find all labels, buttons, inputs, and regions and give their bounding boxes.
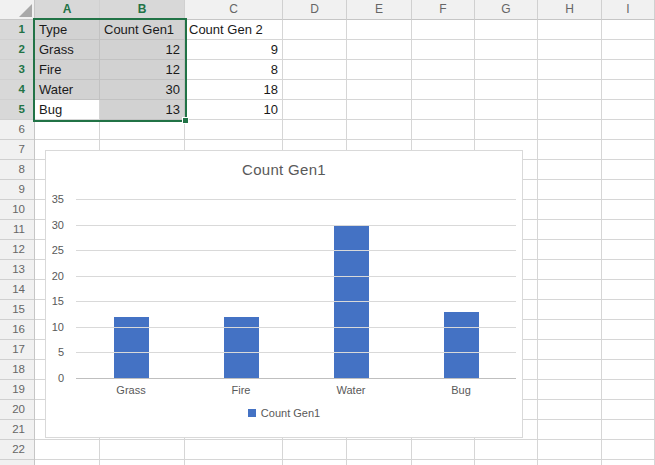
chart-object[interactable]: Count Gen1 05101520253035 GrassFireWater…	[45, 150, 523, 438]
cell-g23[interactable]	[475, 460, 538, 465]
cell-h9[interactable]	[538, 180, 602, 200]
row-header-16[interactable]: 16	[0, 320, 34, 340]
cell-h2[interactable]	[538, 40, 602, 60]
row-header-10[interactable]: 10	[0, 200, 34, 220]
cell-i10[interactable]	[602, 200, 655, 220]
cell-i13[interactable]	[602, 260, 655, 280]
cell-c3[interactable]: 8	[185, 60, 283, 80]
cell-f1[interactable]	[412, 20, 475, 40]
cell-e1[interactable]	[347, 20, 412, 40]
cell-e23[interactable]	[347, 460, 412, 465]
cell-f3[interactable]	[412, 60, 475, 80]
chart-title[interactable]: Count Gen1	[46, 161, 522, 178]
cell-h16[interactable]	[538, 320, 602, 340]
cell-g1[interactable]	[475, 20, 538, 40]
cell-i9[interactable]	[602, 180, 655, 200]
cell-g3[interactable]	[475, 60, 538, 80]
column-header-c[interactable]: C	[185, 0, 283, 20]
cell-i8[interactable]	[602, 160, 655, 180]
row-header-22[interactable]: 22	[0, 440, 34, 460]
column-header-b[interactable]: B	[100, 0, 185, 20]
cell-h12[interactable]	[538, 240, 602, 260]
cell-i11[interactable]	[602, 220, 655, 240]
cell-i2[interactable]	[602, 40, 655, 60]
cell-d2[interactable]	[283, 40, 347, 60]
column-header-f[interactable]: F	[412, 0, 475, 20]
cell-h11[interactable]	[538, 220, 602, 240]
cell-h18[interactable]	[538, 360, 602, 380]
row-header-17[interactable]: 17	[0, 340, 34, 360]
column-header-a[interactable]: A	[35, 0, 100, 20]
cell-e6[interactable]	[347, 120, 412, 140]
cell-d1[interactable]	[283, 20, 347, 40]
cell-i20[interactable]	[602, 400, 655, 420]
row-header-13[interactable]: 13	[0, 260, 34, 280]
row-header-6[interactable]: 6	[0, 120, 34, 140]
cell-h5[interactable]	[538, 100, 602, 120]
cell-h22[interactable]	[538, 440, 602, 460]
cell-f23[interactable]	[412, 460, 475, 465]
cell-d23[interactable]	[283, 460, 347, 465]
cell-a6[interactable]	[35, 120, 100, 140]
row-header-3[interactable]: 3	[0, 60, 34, 80]
cell-i5[interactable]	[602, 100, 655, 120]
cell-i12[interactable]	[602, 240, 655, 260]
cell-h19[interactable]	[538, 380, 602, 400]
bar-bug[interactable]	[444, 312, 479, 378]
cell-f5[interactable]	[412, 100, 475, 120]
cell-e22[interactable]	[347, 440, 412, 460]
cell-h4[interactable]	[538, 80, 602, 100]
cell-d5[interactable]	[283, 100, 347, 120]
cell-g22[interactable]	[475, 440, 538, 460]
row-header-14[interactable]: 14	[0, 280, 34, 300]
cell-i4[interactable]	[602, 80, 655, 100]
cell-i23[interactable]	[602, 460, 655, 465]
row-header-7[interactable]: 7	[0, 140, 34, 160]
row-header-15[interactable]: 15	[0, 300, 34, 320]
cell-c23[interactable]	[185, 460, 283, 465]
cell-e5[interactable]	[347, 100, 412, 120]
cell-i21[interactable]	[602, 420, 655, 440]
cell-f4[interactable]	[412, 80, 475, 100]
column-header-i[interactable]: I	[602, 0, 655, 20]
row-header-11[interactable]: 11	[0, 220, 34, 240]
cell-h21[interactable]	[538, 420, 602, 440]
cell-d22[interactable]	[283, 440, 347, 460]
row-header-19[interactable]: 19	[0, 380, 34, 400]
cell-e3[interactable]	[347, 60, 412, 80]
cell-i19[interactable]	[602, 380, 655, 400]
row-header-1[interactable]: 1	[0, 20, 34, 40]
cell-h17[interactable]	[538, 340, 602, 360]
cell-c2[interactable]: 9	[185, 40, 283, 60]
cell-h13[interactable]	[538, 260, 602, 280]
row-header-20[interactable]: 20	[0, 400, 34, 420]
cell-f2[interactable]	[412, 40, 475, 60]
row-header-9[interactable]: 9	[0, 180, 34, 200]
cell-i18[interactable]	[602, 360, 655, 380]
row-header-8[interactable]: 8	[0, 160, 34, 180]
cell-h7[interactable]	[538, 140, 602, 160]
cell-g5[interactable]	[475, 100, 538, 120]
row-header-12[interactable]: 12	[0, 240, 34, 260]
cell-c22[interactable]	[185, 440, 283, 460]
row-header-5[interactable]: 5	[0, 100, 34, 120]
cell-a23[interactable]	[35, 460, 100, 465]
cell-d3[interactable]	[283, 60, 347, 80]
column-header-d[interactable]: D	[283, 0, 347, 20]
column-header-e[interactable]: E	[347, 0, 412, 20]
cell-h8[interactable]	[538, 160, 602, 180]
cell-h10[interactable]	[538, 200, 602, 220]
cell-f22[interactable]	[412, 440, 475, 460]
row-header-21[interactable]: 21	[0, 420, 34, 440]
cell-h23[interactable]	[538, 460, 602, 465]
column-header-g[interactable]: G	[475, 0, 538, 20]
cell-b23[interactable]	[100, 460, 185, 465]
cell-i15[interactable]	[602, 300, 655, 320]
cell-i16[interactable]	[602, 320, 655, 340]
chart-legend[interactable]: Count Gen1	[46, 407, 522, 419]
cell-d4[interactable]	[283, 80, 347, 100]
cell-a22[interactable]	[35, 440, 100, 460]
cell-i3[interactable]	[602, 60, 655, 80]
fill-handle[interactable]	[182, 117, 189, 124]
cell-c1[interactable]: Count Gen 2	[185, 20, 283, 40]
